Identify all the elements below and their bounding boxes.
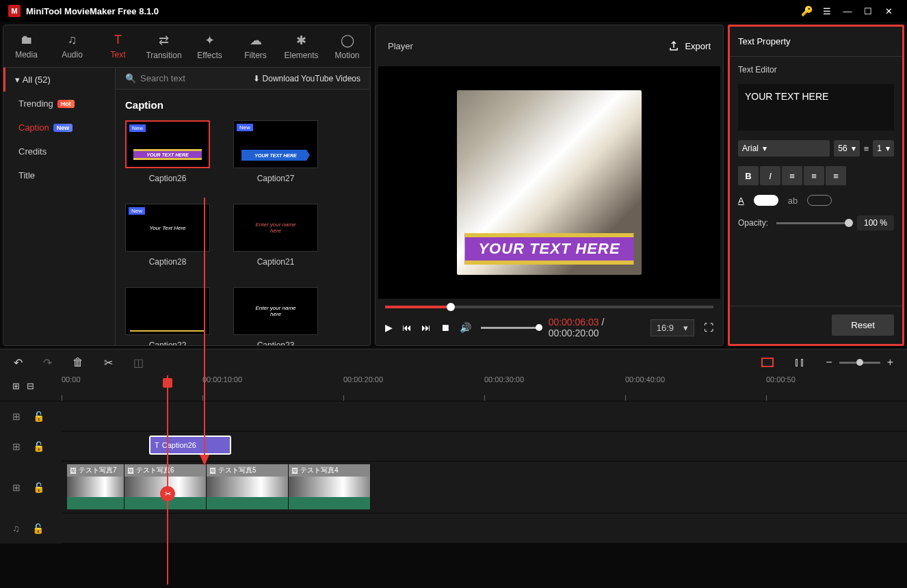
category-credits[interactable]: Credits	[3, 139, 115, 163]
play-button[interactable]: ▶	[385, 322, 393, 333]
aspect-ratio-select[interactable]: 16:9▾	[650, 319, 694, 336]
lock-icon[interactable]: 🔓	[32, 523, 44, 534]
minimize-button[interactable]: —	[837, 1, 858, 21]
tab-effects[interactable]: ✦Effects	[187, 25, 233, 67]
template-caption22[interactable]: Caption22	[125, 287, 210, 345]
line-height-select[interactable]: 1▾	[873, 140, 894, 157]
reset-button[interactable]: Reset	[832, 315, 894, 336]
time-display: 00:00:06:03 / 00:00:20:00	[549, 317, 641, 338]
filters-icon: ☁	[250, 33, 262, 48]
titlebar: M MiniTool MovieMaker Free 8.1.0 🔑 ☰ — ☐…	[0, 0, 907, 22]
menu-icon[interactable]: ☰	[817, 1, 837, 21]
split-button[interactable]: ✂	[104, 356, 113, 369]
tab-elements[interactable]: ✱Elements	[278, 25, 324, 67]
tab-media[interactable]: 🖿Media	[3, 25, 49, 67]
motion-icon: ◯	[341, 33, 354, 48]
highlight-color-swatch[interactable]	[807, 195, 832, 206]
track-caption[interactable]: ⊞🔓 TCaption26	[62, 431, 907, 462]
template-grid: NewYOUR TEXT HERE Caption26 NewYOUR TEXT…	[125, 120, 360, 345]
text-icon: T	[155, 441, 159, 449]
search-icon: 🔍	[125, 73, 136, 83]
scissors-icon[interactable]: ✂	[160, 486, 175, 501]
next-frame-button[interactable]: ⏭	[421, 322, 431, 333]
category-caption[interactable]: CaptionNew	[3, 116, 115, 139]
progress-bar[interactable]	[385, 306, 713, 308]
tab-audio[interactable]: ♫Audio	[49, 25, 95, 67]
fullscreen-button[interactable]: ⛶	[704, 322, 713, 333]
tab-transition[interactable]: ⇄Transition	[141, 25, 187, 67]
remove-marker-icon[interactable]: ⊟	[27, 381, 34, 391]
lock-icon[interactable]: 🔓	[33, 441, 44, 452]
video-clip[interactable]: 🖼テスト写真7	[67, 464, 124, 509]
chevron-down-icon: ▾	[763, 144, 767, 153]
template-caption21[interactable]: Enter your name here Caption21	[233, 204, 318, 267]
text-color-swatch[interactable]	[754, 195, 778, 206]
lock-icon[interactable]: 🔓	[33, 411, 44, 422]
export-icon	[668, 40, 679, 51]
text-editor-label: Text Editor	[738, 65, 894, 75]
caption-clip[interactable]: TCaption26	[149, 436, 231, 455]
text-overlay[interactable]: YOUR TEXT HERE	[464, 233, 633, 265]
template-caption27[interactable]: NewYOUR TEXT HERE Caption27	[233, 120, 318, 183]
volume-slider[interactable]	[481, 327, 539, 329]
align-center-button[interactable]: ≡	[804, 166, 824, 185]
track-empty1[interactable]: ⊞🔓	[62, 401, 907, 431]
track-audio[interactable]: ♫🔓	[62, 513, 907, 544]
category-title[interactable]: Title	[3, 163, 115, 187]
track-video[interactable]: ⊞🔓 🖼テスト写真7 🖼テスト写真6 🖼テスト写真5 🖼テスト写真4	[62, 462, 907, 513]
preview-viewport[interactable]: YOUR TEXT HERE	[378, 66, 720, 299]
undo-button[interactable]: ↶	[14, 356, 23, 369]
playhead[interactable]: ✂	[167, 375, 168, 585]
video-track-icon: ⊞	[12, 482, 21, 493]
player-label: Player	[388, 41, 413, 51]
crop-button[interactable]: ◫	[133, 356, 144, 369]
close-button[interactable]: ✕	[878, 1, 899, 21]
text-input[interactable]	[738, 84, 894, 131]
volume-icon[interactable]: 🔊	[460, 322, 471, 333]
tab-filters[interactable]: ☁Filters	[233, 25, 278, 67]
delete-button[interactable]: 🗑	[73, 356, 83, 369]
lock-icon[interactable]: 🔓	[33, 482, 44, 493]
prev-frame-button[interactable]: ⏮	[402, 322, 412, 333]
timeline-ruler[interactable]: ⊞ ⊟ 00:00 00:00:10:00 00:00:20:00 00:00:…	[0, 375, 907, 401]
download-youtube-link[interactable]: ⬇Download YouTube Videos	[253, 74, 360, 83]
search-input[interactable]: 🔍Search text	[125, 73, 246, 83]
font-size-select[interactable]: 56▾	[834, 140, 859, 157]
magnet-icon[interactable]: ⫿⫿	[794, 356, 805, 369]
opacity-value: 100 %	[857, 215, 894, 230]
zoom-slider[interactable]	[839, 362, 880, 364]
tab-motion[interactable]: ◯Motion	[324, 25, 370, 67]
music-icon: ♫	[68, 33, 77, 47]
tab-text[interactable]: TText	[95, 25, 141, 67]
align-right-button[interactable]: ≡	[826, 166, 846, 185]
bold-button[interactable]: B	[738, 166, 759, 185]
category-trending[interactable]: TrendingHot	[3, 92, 115, 116]
key-icon[interactable]: 🔑	[796, 1, 817, 21]
add-marker-icon[interactable]: ⊞	[12, 381, 20, 391]
player-panel: Player Export YOUR TEXT HERE ▶ ⏮ ⏭ ⏹ 🔊	[375, 25, 724, 346]
export-button[interactable]: Export	[668, 40, 711, 51]
elements-icon: ✱	[296, 33, 306, 48]
font-select[interactable]: Arial▾	[738, 140, 830, 157]
maximize-button[interactable]: ☐	[858, 1, 878, 21]
redo-button[interactable]: ↷	[43, 356, 52, 369]
chevron-down-icon: ▾	[852, 144, 856, 153]
app-logo-icon: M	[8, 5, 21, 17]
align-left-button[interactable]: ≡	[782, 166, 802, 185]
video-clip[interactable]: 🖼テスト写真5	[207, 464, 289, 509]
template-caption26[interactable]: NewYOUR TEXT HERE Caption26	[125, 120, 210, 183]
template-caption28[interactable]: NewYour Text Here Caption28	[125, 204, 210, 267]
video-track-icon: ⊞	[12, 411, 21, 422]
opacity-slider[interactable]	[776, 222, 849, 224]
category-sidebar: ▾ All (52) TrendingHot CaptionNew Credit…	[3, 68, 116, 345]
auto-fit-button[interactable]	[761, 358, 774, 367]
video-clip[interactable]: 🖼テスト写真4	[289, 464, 371, 509]
template-caption23[interactable]: Enter your name here Caption23	[233, 287, 318, 345]
category-all[interactable]: ▾ All (52)	[3, 68, 115, 92]
library-tabs: 🖿Media ♫Audio TText ⇄Transition ✦Effects…	[3, 25, 370, 68]
highlight-icon: ab	[788, 196, 798, 206]
zoom-out-button[interactable]: −	[826, 356, 832, 369]
zoom-in-button[interactable]: +	[887, 356, 893, 369]
italic-button[interactable]: I	[760, 166, 780, 185]
stop-button[interactable]: ⏹	[441, 322, 450, 333]
